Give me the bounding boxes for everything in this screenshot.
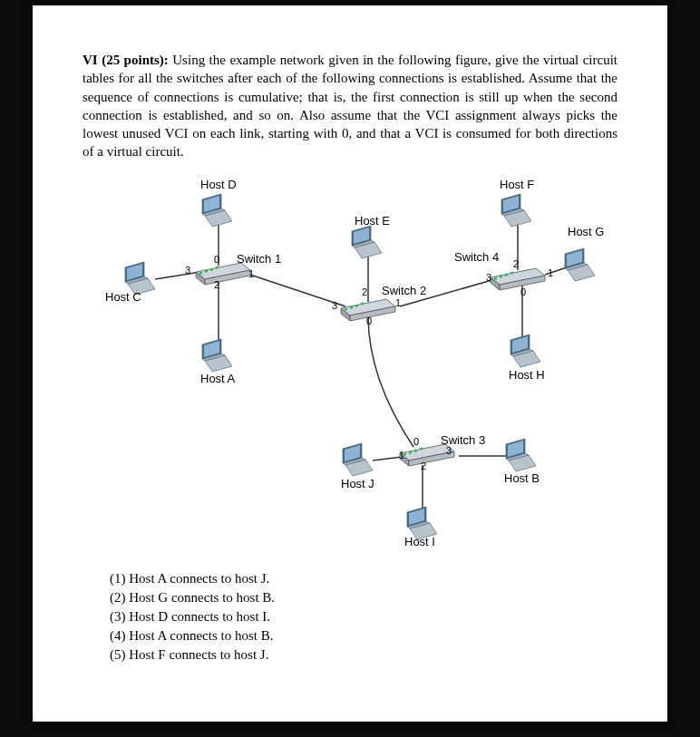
connection-item-4: (4) Host A connects to host B. <box>110 626 617 645</box>
label-switch-2: Switch 2 <box>382 284 426 297</box>
question-heading: VI (25 points): <box>83 53 169 67</box>
connection-item-2: (2) Host G connects to host B. <box>110 588 617 607</box>
label-host-e: Host E <box>355 214 390 228</box>
question-body: Using the example network given in the f… <box>83 53 617 159</box>
port-s4-1: 1 <box>548 267 553 278</box>
network-lines <box>96 170 604 551</box>
port-s3-2: 2 <box>421 461 426 471</box>
label-switch-1: Switch 1 <box>237 252 281 266</box>
label-host-d: Host D <box>200 178 237 191</box>
svg-line-1 <box>155 272 200 279</box>
label-host-h: Host H <box>509 368 545 382</box>
port-s2-0: 0 <box>366 315 372 326</box>
connection-item-5: (5) Host F connects to host J. <box>110 645 617 664</box>
network-figure: Host D Host C Host A Host E Host F Host … <box>96 170 604 551</box>
label-host-i: Host I <box>404 535 435 548</box>
label-host-j: Host J <box>341 477 374 490</box>
port-s1-2: 2 <box>214 279 219 290</box>
connection-item-1: (1) Host A connects to host J. <box>110 569 617 588</box>
port-s3-0: 0 <box>413 436 419 447</box>
port-s2-2: 2 <box>362 286 367 297</box>
port-s3-3: 3 <box>446 445 452 456</box>
port-s3-1: 1 <box>399 450 404 461</box>
document-page: VI (25 points): Using the example networ… <box>33 5 667 722</box>
port-s1-1: 1 <box>248 268 254 279</box>
port-s2-1: 1 <box>395 297 401 308</box>
port-s1-0: 0 <box>214 254 219 265</box>
label-switch-4: Switch 4 <box>454 250 499 264</box>
connection-list: (1) Host A connects to host J. (2) Host … <box>110 569 617 664</box>
label-host-f: Host F <box>500 178 534 191</box>
connection-item-3: (3) Host D connects to host I. <box>110 607 617 626</box>
question-text: VI (25 points): Using the example networ… <box>83 51 617 161</box>
label-host-b: Host B <box>504 471 540 485</box>
label-host-g: Host G <box>568 225 604 238</box>
port-s4-3: 3 <box>486 272 491 283</box>
label-host-a: Host A <box>200 372 235 385</box>
port-s1-3: 3 <box>185 265 190 276</box>
label-host-c: Host C <box>105 290 141 304</box>
port-s4-2: 2 <box>513 258 519 269</box>
port-s2-3: 3 <box>332 300 337 311</box>
page-root: VI (25 points): Using the example networ… <box>0 0 700 737</box>
port-s4-0: 0 <box>520 286 526 297</box>
